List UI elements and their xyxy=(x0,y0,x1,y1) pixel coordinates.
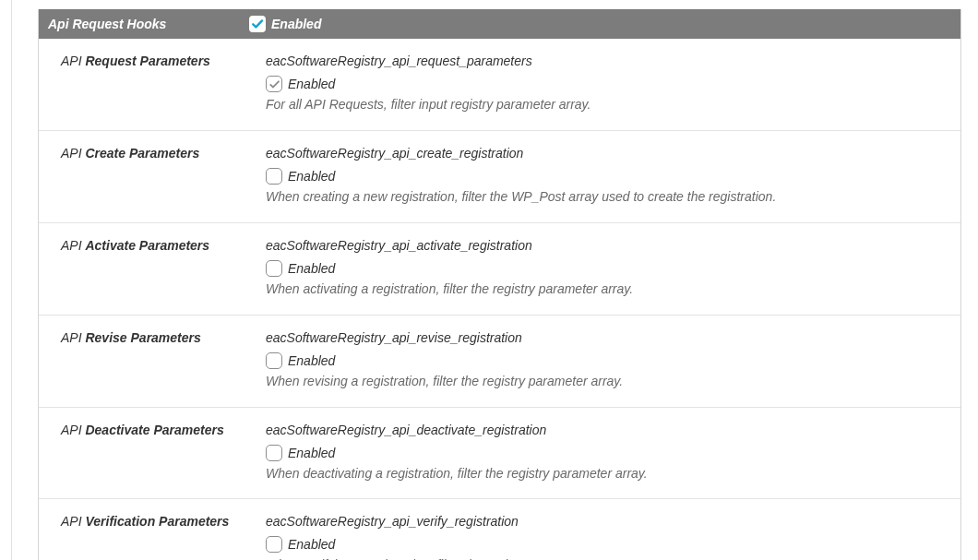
setting-row: API Create ParameterseacSoftwareRegistry… xyxy=(39,131,960,223)
row-label-main: Request Parameters xyxy=(85,54,209,68)
row-label: API Revise Parameters xyxy=(61,330,266,345)
hook-name: eacSoftwareRegistry_api_revise_registrat… xyxy=(266,330,944,345)
header-enabled-label: Enabled xyxy=(271,17,321,31)
row-body: eacSoftwareRegistry_api_request_paramete… xyxy=(266,54,944,113)
row-label-prefix: API xyxy=(61,146,85,161)
enabled-checkbox[interactable] xyxy=(266,536,282,553)
row-label-main: Create Parameters xyxy=(85,146,199,161)
enabled-checkbox[interactable] xyxy=(266,352,282,369)
row-label: API Verification Parameters xyxy=(61,514,266,529)
hook-name: eacSoftwareRegistry_api_activate_registr… xyxy=(266,238,944,253)
setting-row: API Deactivate ParameterseacSoftwareRegi… xyxy=(39,408,960,500)
panel-title: Api Request Hooks xyxy=(48,17,249,31)
setting-row: API Activate ParameterseacSoftwareRegist… xyxy=(39,223,960,316)
row-label-prefix: API xyxy=(61,423,85,437)
row-label: API Create Parameters xyxy=(61,146,266,161)
hook-name: eacSoftwareRegistry_api_deactivate_regis… xyxy=(266,423,944,437)
setting-row: API Verification ParameterseacSoftwareRe… xyxy=(39,499,960,560)
row-description: When activating a registration, filter t… xyxy=(266,280,944,298)
row-label-prefix: API xyxy=(61,238,85,253)
enabled-label: Enabled xyxy=(288,353,335,368)
setting-row: API Revise ParameterseacSoftwareRegistry… xyxy=(39,316,960,408)
enabled-label: Enabled xyxy=(288,77,335,91)
row-label-prefix: API xyxy=(61,54,85,68)
hook-name: eacSoftwareRegistry_api_create_registrat… xyxy=(266,146,944,161)
row-description: When deactivating a registration, filter… xyxy=(266,465,944,483)
enabled-checkbox[interactable] xyxy=(266,76,282,92)
row-label: API Deactivate Parameters xyxy=(61,423,266,437)
enabled-label: Enabled xyxy=(288,537,335,552)
row-label-prefix: API xyxy=(61,330,85,345)
panel-header: Api Request Hooks Enabled xyxy=(39,9,960,39)
row-description: When revising a registration, filter the… xyxy=(266,373,944,390)
row-body: eacSoftwareRegistry_api_deactivate_regis… xyxy=(266,423,944,483)
row-body: eacSoftwareRegistry_api_activate_registr… xyxy=(266,238,944,298)
enabled-checkbox[interactable] xyxy=(266,260,282,277)
row-label-main: Activate Parameters xyxy=(85,238,209,253)
row-label-main: Revise Parameters xyxy=(85,330,200,345)
enabled-checkbox[interactable] xyxy=(266,445,282,461)
api-request-hooks-panel: Api Request Hooks Enabled API Request Pa… xyxy=(38,9,961,560)
row-description: When creating a new registration, filter… xyxy=(266,188,944,206)
row-label: API Request Parameters xyxy=(61,54,266,68)
hook-name: eacSoftwareRegistry_api_verify_registrat… xyxy=(266,514,944,529)
row-label: API Activate Parameters xyxy=(61,238,266,253)
row-body: eacSoftwareRegistry_api_create_registrat… xyxy=(266,146,944,206)
row-label-main: Verification Parameters xyxy=(85,514,229,529)
row-label-main: Deactivate Parameters xyxy=(85,423,223,437)
hook-name: eacSoftwareRegistry_api_request_paramete… xyxy=(266,54,944,68)
enabled-checkbox[interactable] xyxy=(266,168,282,185)
row-body: eacSoftwareRegistry_api_verify_registrat… xyxy=(266,514,944,560)
enabled-label: Enabled xyxy=(288,446,335,460)
setting-row: API Request ParameterseacSoftwareRegistr… xyxy=(39,39,960,131)
row-body: eacSoftwareRegistry_api_revise_registrat… xyxy=(266,330,944,390)
enabled-label: Enabled xyxy=(288,169,335,184)
header-enabled-checkbox[interactable] xyxy=(249,16,266,32)
row-description: When verifying a registration, filter th… xyxy=(266,556,944,560)
row-label-prefix: API xyxy=(61,514,85,529)
row-description: For all API Requests, filter input regis… xyxy=(266,96,944,113)
enabled-label: Enabled xyxy=(288,261,335,276)
